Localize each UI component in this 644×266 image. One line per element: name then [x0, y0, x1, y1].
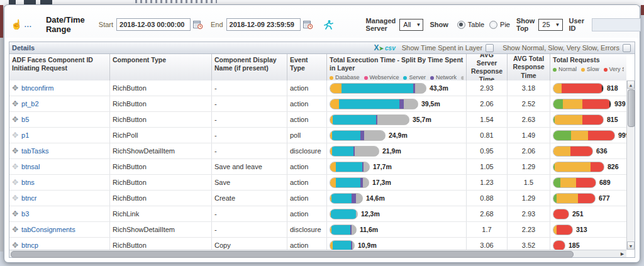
- run-query-icon[interactable]: [323, 19, 333, 30]
- background-edge: [641, 5, 644, 15]
- cell-event-type: poll: [287, 128, 327, 143]
- total-requests-bar[interactable]: [553, 193, 596, 204]
- total-requests-bar[interactable]: [553, 130, 615, 141]
- exec-time-bar[interactable]: [330, 146, 379, 157]
- cell-avg-server: 1.05: [467, 159, 508, 174]
- end-calendar-icon[interactable]: [303, 20, 313, 30]
- total-requests-bar[interactable]: [553, 114, 604, 125]
- managed-server-label: Managed Server: [366, 17, 396, 32]
- cell-component-type: RichShowDetailItem: [110, 222, 212, 237]
- component-id-link[interactable]: b3: [21, 210, 29, 218]
- exec-time-legend: DatabaseWebserviceServerNetworkBrowser: [330, 74, 464, 80]
- exec-time-bar[interactable]: [330, 193, 363, 204]
- normal-segment: [553, 99, 563, 109]
- chevron-down-icon: ▼: [555, 22, 560, 28]
- component-id-link[interactable]: tabConsignments: [21, 226, 75, 233]
- table-row[interactable]: ✥ b5 RichButton - action 35,7m 1.54 2.63…: [9, 112, 626, 128]
- cell-component-id: ✥ btncr: [9, 191, 110, 206]
- exec-time-bar[interactable]: [330, 224, 357, 235]
- component-id-link[interactable]: btncr: [21, 194, 36, 202]
- table-row[interactable]: ✥ btns RichButton Save action 17,3m 1.23…: [9, 175, 626, 191]
- exec-time-bar[interactable]: [330, 209, 358, 219]
- export-csv-icon[interactable]: csv: [385, 45, 396, 52]
- table-row[interactable]: ✥ tabConsignments RichShowDetailItem - d…: [9, 222, 626, 238]
- component-id-link[interactable]: btns: [21, 179, 35, 186]
- slow-dot-icon: [581, 68, 585, 72]
- show-normal-slow-checkbox[interactable]: [623, 44, 631, 52]
- user-id-label: User ID: [569, 17, 584, 32]
- total-requests-bar[interactable]: [553, 224, 573, 235]
- exec-time-bar[interactable]: [330, 114, 409, 125]
- cell-avg-server: 0.88: [467, 191, 508, 206]
- show-normal-slow-label: Show Normal, Slow, Very Slow, Errors: [502, 44, 619, 52]
- background-text-fragment: [135, 0, 217, 3]
- column-header-avg-server[interactable]: AVG Server Response Time: [467, 54, 508, 80]
- database-dot-icon: [330, 76, 333, 80]
- show-pie-radio[interactable]: Pie: [489, 21, 510, 29]
- cell-display-name: -: [212, 143, 287, 158]
- total-requests-value: 251: [572, 210, 584, 218]
- table-row[interactable]: ✥ btncr RichButton Create action 14,6m 0…: [9, 191, 626, 206]
- table-row[interactable]: ✥ pt_b2 RichButton - action 39,5m 2.06 2…: [9, 96, 626, 112]
- show-time-spent-checkbox[interactable]: [486, 44, 494, 52]
- total-requests-bar[interactable]: [553, 177, 596, 188]
- scroll-down-icon[interactable]: ▼: [627, 241, 635, 250]
- total-requests-bar[interactable]: [553, 83, 604, 94]
- component-id-link[interactable]: b5: [21, 116, 29, 123]
- column-header-total-requests[interactable]: Total Requests NormalSlowVery SlowErrors: [550, 54, 626, 80]
- component-id-link[interactable]: btnconfirm: [21, 84, 53, 92]
- more-options-link[interactable]: ...: [25, 21, 32, 28]
- exec-time-bar[interactable]: [330, 130, 386, 141]
- total-requests-bar[interactable]: [553, 162, 604, 172]
- cell-event-type: action: [287, 96, 327, 111]
- start-calendar-icon[interactable]: [193, 20, 203, 30]
- exec-time-bar[interactable]: [330, 177, 369, 188]
- user-id-input[interactable]: [592, 18, 641, 31]
- show-top-select[interactable]: 25 ▼: [538, 19, 562, 31]
- veryslow-segment: [591, 162, 604, 172]
- scroll-right-icon[interactable]: ▶: [619, 251, 626, 257]
- export-excel-icon[interactable]: X➤: [374, 43, 384, 52]
- exec-time-bar[interactable]: [330, 162, 370, 172]
- slow-segment: [553, 84, 562, 93]
- vertical-scrollbar[interactable]: ▲ ▼: [626, 80, 635, 250]
- column-header-display-name[interactable]: Component Display Name (if present): [212, 54, 287, 80]
- column-header-component-type[interactable]: Component Type: [110, 54, 212, 80]
- total-requests-bar[interactable]: [553, 240, 565, 251]
- table-row[interactable]: ✥ btnsal RichButton Save and leave actio…: [9, 159, 626, 175]
- vertical-scroll-thumb[interactable]: [628, 89, 635, 127]
- horizontal-scroll-thumb[interactable]: [11, 251, 574, 258]
- table-row[interactable]: ✥ btnconfirm RichButton - action 43,3m 2…: [9, 80, 626, 96]
- component-id-link[interactable]: btnsal: [21, 163, 40, 170]
- exec-time-bar[interactable]: [330, 83, 426, 94]
- horizontal-scrollbar[interactable]: ▶: [9, 250, 626, 257]
- cell-total-requests: 689: [550, 175, 626, 190]
- cell-avg-server: 2.68: [467, 206, 508, 221]
- table-row[interactable]: ✥ p1 RichPoll - poll 24,9m 0.81 1.49 999: [9, 128, 626, 143]
- slow-segment: [560, 178, 576, 187]
- component-id-link[interactable]: btncp: [21, 241, 38, 249]
- exec-time-bar[interactable]: [330, 99, 418, 109]
- scroll-up-icon[interactable]: ▲: [627, 80, 635, 89]
- managed-server-select[interactable]: All ▼: [399, 19, 423, 31]
- end-datetime-input[interactable]: [226, 18, 301, 31]
- total-requests-bar[interactable]: [553, 209, 569, 219]
- table-row[interactable]: ✥ b3 RichLink - action 12,3m 2.68 2.93 2…: [9, 206, 626, 222]
- component-id-link[interactable]: pt_b2: [21, 100, 39, 108]
- column-header-avg-total[interactable]: AVG Total Response Time: [508, 54, 550, 80]
- column-header-component-id[interactable]: ADF Faces Component ID Initiating Reques…: [9, 54, 110, 80]
- show-table-radio[interactable]: Table: [457, 21, 484, 29]
- total-requests-bar[interactable]: [553, 146, 593, 157]
- component-id-link[interactable]: tabTasks: [21, 147, 48, 155]
- column-header-exec-time[interactable]: Total Execution Time - Split By Time Spe…: [327, 54, 467, 80]
- component-id-link[interactable]: p1: [21, 131, 29, 139]
- exec-time-bar[interactable]: [330, 240, 355, 251]
- component-icon: ✥: [12, 84, 18, 92]
- cell-component-id: ✥ btnsal: [9, 159, 110, 174]
- server-segment: [333, 241, 351, 250]
- hand-pointer-icon[interactable]: ☝: [11, 19, 23, 30]
- table-row[interactable]: ✥ tabTasks RichShowDetailItem - disclosu…: [9, 143, 626, 159]
- total-requests-bar[interactable]: [553, 99, 611, 109]
- column-header-event-type[interactable]: Event Type: [287, 54, 327, 80]
- start-datetime-input[interactable]: [116, 18, 191, 31]
